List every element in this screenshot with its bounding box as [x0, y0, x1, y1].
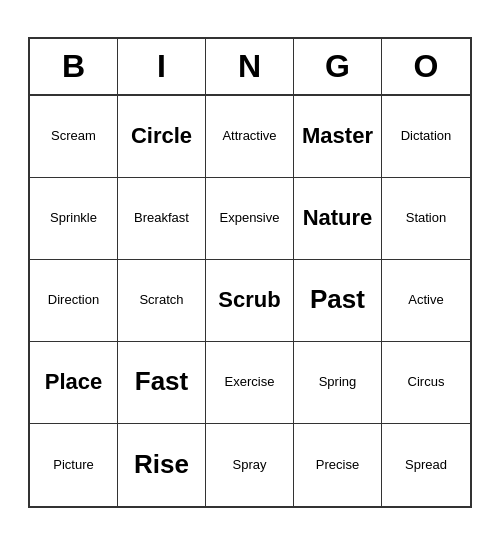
- cell-text-15: Place: [45, 369, 103, 395]
- cell-text-6: Breakfast: [134, 210, 189, 226]
- bingo-cell-9: Station: [382, 178, 470, 260]
- bingo-cell-18: Spring: [294, 342, 382, 424]
- bingo-cell-0: Scream: [30, 96, 118, 178]
- bingo-cell-17: Exercise: [206, 342, 294, 424]
- cell-text-3: Master: [302, 123, 373, 149]
- cell-text-21: Rise: [134, 449, 189, 480]
- bingo-cell-10: Direction: [30, 260, 118, 342]
- bingo-cell-11: Scratch: [118, 260, 206, 342]
- cell-text-23: Precise: [316, 457, 359, 473]
- cell-text-0: Scream: [51, 128, 96, 144]
- header-letter-B: B: [30, 39, 118, 94]
- bingo-cell-7: Expensive: [206, 178, 294, 260]
- bingo-cell-21: Rise: [118, 424, 206, 506]
- cell-text-5: Sprinkle: [50, 210, 97, 226]
- bingo-cell-5: Sprinkle: [30, 178, 118, 260]
- cell-text-24: Spread: [405, 457, 447, 473]
- header-letter-I: I: [118, 39, 206, 94]
- bingo-cell-24: Spread: [382, 424, 470, 506]
- cell-text-2: Attractive: [222, 128, 276, 144]
- cell-text-1: Circle: [131, 123, 192, 149]
- bingo-header: BINGO: [30, 39, 470, 96]
- bingo-cell-3: Master: [294, 96, 382, 178]
- cell-text-16: Fast: [135, 366, 188, 397]
- header-letter-O: O: [382, 39, 470, 94]
- bingo-cell-1: Circle: [118, 96, 206, 178]
- cell-text-10: Direction: [48, 292, 99, 308]
- bingo-cell-22: Spray: [206, 424, 294, 506]
- bingo-cell-19: Circus: [382, 342, 470, 424]
- bingo-cell-2: Attractive: [206, 96, 294, 178]
- bingo-grid: ScreamCircleAttractiveMasterDictationSpr…: [30, 96, 470, 506]
- header-letter-N: N: [206, 39, 294, 94]
- cell-text-20: Picture: [53, 457, 93, 473]
- cell-text-9: Station: [406, 210, 446, 226]
- cell-text-11: Scratch: [139, 292, 183, 308]
- bingo-cell-13: Past: [294, 260, 382, 342]
- bingo-cell-12: Scrub: [206, 260, 294, 342]
- cell-text-13: Past: [310, 284, 365, 315]
- cell-text-7: Expensive: [220, 210, 280, 226]
- cell-text-4: Dictation: [401, 128, 452, 144]
- bingo-card: BINGO ScreamCircleAttractiveMasterDictat…: [28, 37, 472, 508]
- cell-text-17: Exercise: [225, 374, 275, 390]
- bingo-cell-4: Dictation: [382, 96, 470, 178]
- bingo-cell-20: Picture: [30, 424, 118, 506]
- cell-text-14: Active: [408, 292, 443, 308]
- bingo-cell-23: Precise: [294, 424, 382, 506]
- header-letter-G: G: [294, 39, 382, 94]
- bingo-cell-8: Nature: [294, 178, 382, 260]
- bingo-cell-15: Place: [30, 342, 118, 424]
- cell-text-19: Circus: [408, 374, 445, 390]
- bingo-cell-14: Active: [382, 260, 470, 342]
- bingo-cell-6: Breakfast: [118, 178, 206, 260]
- cell-text-22: Spray: [233, 457, 267, 473]
- cell-text-12: Scrub: [218, 287, 280, 313]
- bingo-cell-16: Fast: [118, 342, 206, 424]
- cell-text-18: Spring: [319, 374, 357, 390]
- cell-text-8: Nature: [303, 205, 373, 231]
